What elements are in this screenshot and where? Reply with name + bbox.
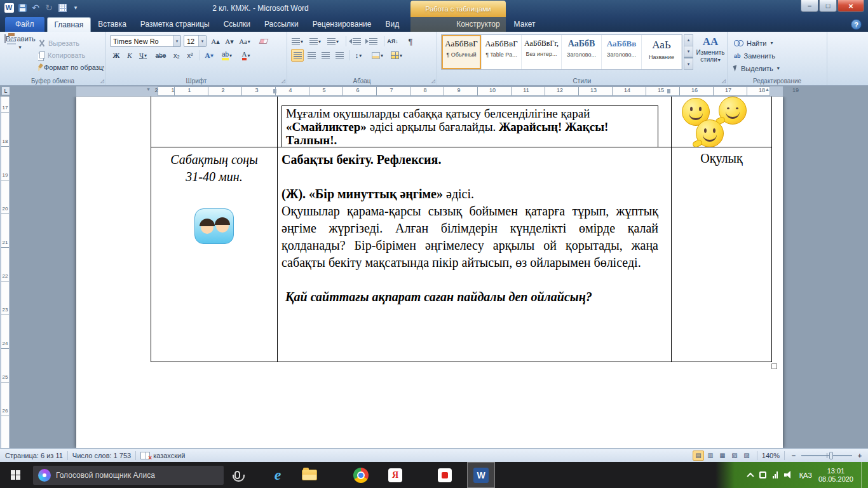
multilevel-list-button[interactable] (327, 35, 339, 48)
tab-file[interactable]: Файл (5, 17, 44, 32)
volume-icon[interactable] (784, 471, 793, 479)
tab-insert[interactable]: Вставка (91, 17, 133, 32)
pilcrow-button[interactable]: ¶ (404, 35, 417, 48)
tab-mailings[interactable]: Рассылки (257, 17, 306, 32)
start-button[interactable] (0, 462, 31, 488)
tab-review[interactable]: Рецензирование (306, 17, 379, 32)
text-effects-button[interactable]: А (203, 49, 215, 62)
tab-view[interactable]: Вид (378, 17, 406, 32)
redo-icon[interactable]: ↻ (43, 2, 55, 13)
close-button[interactable] (837, 0, 864, 12)
change-case-button[interactable]: Аа (238, 35, 251, 48)
horizontal-ruler[interactable]: 2 1 1 2 3 4 5 6 7 8 9 10 11 12 13 14 15 … (0, 86, 868, 97)
language-indicator[interactable]: казахский (153, 452, 185, 459)
sort-button[interactable]: АЯ↓ (386, 35, 399, 48)
zoom-level[interactable]: 140% (762, 452, 780, 459)
copy-button[interactable]: Копировать (38, 49, 104, 61)
align-left-button[interactable] (291, 49, 304, 62)
language-switcher[interactable]: ҚАЗ (799, 471, 812, 479)
tab-table-layout[interactable]: Макет (507, 17, 543, 32)
highlight-color-button[interactable]: ab (220, 49, 233, 62)
word-count[interactable]: Число слов: 1 753 (72, 452, 131, 459)
align-right-button[interactable] (319, 49, 332, 62)
table-resize-handle[interactable] (771, 363, 777, 369)
styles-scroll-up-icon[interactable] (684, 34, 693, 46)
spellcheck-icon[interactable] (140, 452, 150, 459)
font-size-combobox[interactable]: 12 (184, 35, 207, 47)
borders-button[interactable] (390, 49, 403, 62)
draw-table-icon[interactable] (57, 2, 68, 13)
justify-button[interactable] (333, 49, 346, 62)
subscript-button[interactable]: x₂ (170, 49, 183, 62)
font-color-button[interactable]: А (240, 49, 252, 62)
styles-scroll-down-icon[interactable] (684, 46, 693, 58)
taskbar-search-field[interactable] (33, 466, 224, 485)
shrink-font-button[interactable]: А▾ (223, 35, 236, 48)
document-page[interactable]: Мұғалім оқушыларды сабаққа қатысу белсен… (76, 97, 783, 448)
cut-button[interactable]: Вырезать (38, 37, 104, 49)
style-heading2[interactable]: АаБбВв Заголово... (602, 35, 642, 69)
italic-button[interactable]: К (123, 49, 136, 62)
numbering-button[interactable] (309, 35, 322, 48)
style-table-paragraph[interactable]: АаБбВвГ ¶ Table Pa... (482, 35, 522, 69)
taskbar-explorer-button[interactable] (295, 462, 323, 488)
table-cell-resources[interactable]: Оқулық (672, 147, 772, 362)
decrease-indent-button[interactable] (348, 35, 362, 48)
network-icon[interactable] (773, 471, 778, 478)
assessment-box[interactable]: Мұғалім оқушыларды сабаққа қатысу белсен… (281, 105, 658, 147)
qat-customize-dropdown-icon[interactable]: ▾ (70, 2, 81, 13)
page-indicator[interactable]: Страница: 6 из 11 (5, 452, 63, 459)
table-cell-smileys[interactable] (672, 97, 772, 147)
shading-button[interactable] (371, 49, 384, 62)
table-column-marker[interactable] (273, 89, 276, 93)
help-button[interactable] (851, 19, 862, 30)
tab-page-layout[interactable]: Разметка страницы (133, 17, 217, 32)
change-styles-button[interactable]: АА Изменить стили (695, 34, 726, 72)
table-cell-content[interactable]: Сабақты бекіту. Рефлексия. (Ж). «Бір мин… (278, 147, 672, 362)
font-size-dropdown-icon[interactable] (198, 36, 206, 46)
zoom-slider-thumb[interactable] (829, 452, 833, 459)
zoom-in-button[interactable]: + (855, 452, 864, 459)
find-button[interactable]: Найти (734, 37, 773, 49)
outline-view-icon[interactable] (729, 451, 740, 461)
format-painter-button[interactable]: Формат по образцу (38, 61, 104, 73)
save-icon[interactable] (17, 2, 28, 13)
clear-formatting-button[interactable] (257, 35, 270, 48)
increase-indent-button[interactable] (365, 35, 378, 48)
vertical-ruler[interactable]: 17 18 19 20 21 22 23 24 25 26 (0, 97, 10, 448)
fullscreen-reading-view-icon[interactable] (705, 451, 716, 461)
styles-more-icon[interactable] (684, 57, 693, 70)
bold-button[interactable]: Ж (110, 49, 123, 62)
line-spacing-button[interactable]: ↕ (352, 49, 365, 62)
microphone-button[interactable] (226, 462, 248, 488)
search-input[interactable] (56, 471, 219, 480)
zoom-slider[interactable] (801, 455, 852, 456)
table-cell-assessment[interactable]: Мұғалім оқушыларды сабаққа қатысу белсен… (278, 97, 672, 147)
taskbar-app-button[interactable] (431, 462, 459, 488)
style-no-spacing[interactable]: АаБбВвГг, Без интер... (522, 35, 562, 69)
maximize-button[interactable] (819, 0, 837, 12)
bullets-button[interactable] (291, 35, 304, 48)
style-title[interactable]: АаЬ Название (642, 35, 682, 69)
show-desktop-button[interactable] (861, 462, 864, 488)
draft-view-icon[interactable] (741, 451, 752, 461)
align-center-button[interactable] (305, 49, 318, 62)
style-heading1[interactable]: АаБбВ Заголово... (562, 35, 602, 69)
tray-app-icon[interactable] (759, 471, 766, 478)
replace-button[interactable]: Заменить (734, 50, 775, 62)
print-layout-view-icon[interactable] (693, 451, 704, 461)
tab-home[interactable]: Главная (47, 17, 92, 32)
zoom-out-button[interactable]: − (789, 452, 798, 459)
taskbar-chrome-button[interactable] (347, 462, 375, 488)
grow-font-button[interactable]: А▴ (209, 35, 222, 48)
minimize-button[interactable] (801, 0, 818, 12)
undo-icon[interactable]: ↶ (30, 2, 41, 13)
font-family-dropdown-icon[interactable] (173, 36, 180, 46)
font-family-combobox[interactable]: Times New Ro (110, 35, 181, 47)
table-cell-stage-empty[interactable] (151, 97, 278, 147)
underline-button[interactable]: Ч (137, 49, 149, 62)
strikethrough-button[interactable]: abe (154, 49, 167, 62)
table-cell-stage[interactable]: Сабақтың соңы 31-40 мин. (151, 147, 278, 362)
taskbar-yandex-button[interactable] (381, 462, 409, 488)
web-layout-view-icon[interactable] (717, 451, 728, 461)
